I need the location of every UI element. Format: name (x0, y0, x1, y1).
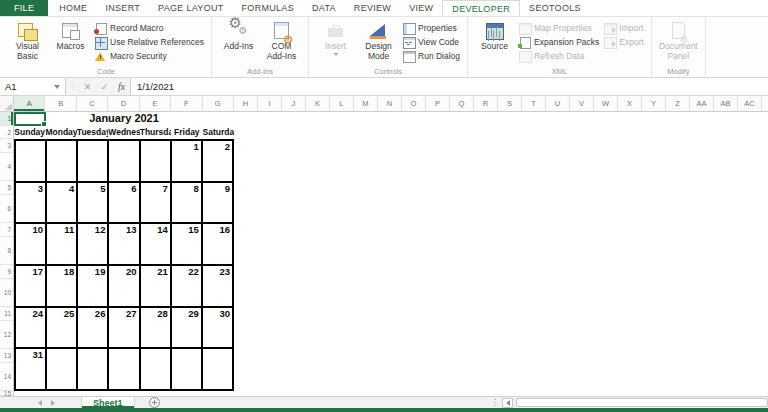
calendar-date-cell-1[interactable]: 1 (172, 141, 201, 181)
row-header-14[interactable]: 14 (0, 363, 13, 391)
column-header-p[interactable]: P (426, 96, 450, 111)
tab-page-layout[interactable]: PAGE LAYOUT (149, 0, 232, 16)
column-header-f[interactable]: F (171, 96, 202, 111)
calendar-date-cell-27[interactable]: 27 (109, 308, 138, 348)
calendar-empty-cell[interactable] (203, 349, 232, 389)
calendar-day-header-wednesday[interactable]: Wednesday (108, 126, 139, 139)
calendar-date-cell-3[interactable]: 3 (16, 183, 45, 223)
calendar-date-cell-31[interactable]: 31 (16, 349, 45, 389)
tab-home[interactable]: HOME (50, 0, 96, 16)
column-header-t[interactable]: T (522, 96, 546, 111)
calendar-empty-cell[interactable] (109, 349, 138, 389)
column-header-s[interactable]: S (498, 96, 522, 111)
cancel-button[interactable]: ✕ (79, 78, 96, 95)
column-header-q[interactable]: Q (450, 96, 474, 111)
calendar-date-cell-11[interactable]: 11 (47, 224, 76, 264)
calendar-date-cell-23[interactable]: 23 (203, 266, 232, 306)
row-header-1[interactable]: 1 (0, 112, 13, 126)
row-header-2[interactable]: 2 (0, 126, 13, 139)
ribbon-button-source[interactable]: Source (473, 19, 516, 52)
calendar-date-cell-16[interactable]: 16 (203, 224, 232, 264)
name-box[interactable]: A1 (0, 78, 66, 95)
row-header-5[interactable]: 5 (0, 181, 13, 195)
calendar-date-cell-6[interactable]: 6 (109, 183, 138, 223)
column-header-k[interactable]: K (306, 96, 330, 111)
calendar-date-cell-18[interactable]: 18 (47, 266, 76, 306)
calendar-date-cell-4[interactable]: 4 (47, 183, 76, 223)
formula-bar-splitter[interactable]: ⋮ (66, 78, 79, 95)
ribbon-button-design-mode[interactable]: Design Mode (357, 19, 400, 61)
column-header-o[interactable]: O (402, 96, 426, 111)
sheet-tab-sheet1[interactable]: Sheet1 (81, 397, 135, 408)
calendar-empty-cell[interactable] (141, 349, 170, 389)
column-header-w[interactable]: W (594, 96, 618, 111)
calendar-date-cell-12[interactable]: 12 (78, 224, 107, 264)
calendar-empty-cell[interactable] (16, 141, 45, 181)
column-header-v[interactable]: V (570, 96, 594, 111)
insert-function-button[interactable]: fx (113, 78, 130, 95)
calendar-day-header-monday[interactable]: Monday (45, 126, 76, 139)
ribbon-button-record-macro[interactable]: Record Macro (92, 21, 206, 35)
column-header-l[interactable]: L (330, 96, 354, 111)
calendar-date-cell-24[interactable]: 24 (16, 308, 45, 348)
tab-formulas[interactable]: FORMULAS (233, 0, 303, 16)
ribbon-button-com-add-ins[interactable]: COM Add-Ins (260, 19, 303, 61)
formula-input[interactable]: 1/1/2021 (130, 78, 768, 95)
column-header-x[interactable]: X (618, 96, 642, 111)
column-header-n[interactable]: N (378, 96, 402, 111)
column-header-a[interactable]: A (14, 96, 45, 111)
calendar-date-cell-8[interactable]: 8 (172, 183, 201, 223)
scroll-left-button[interactable] (502, 398, 513, 408)
calendar-date-cell-2[interactable]: 2 (203, 141, 232, 181)
calendar-empty-cell[interactable] (141, 141, 170, 181)
enter-button[interactable]: ✓ (96, 78, 113, 95)
calendar-date-cell-14[interactable]: 14 (141, 224, 170, 264)
prev-sheet-icon[interactable] (38, 400, 42, 406)
column-header-ad[interactable]: AD (762, 96, 768, 111)
calendar-date-cell-20[interactable]: 20 (109, 266, 138, 306)
calendar-empty-cell[interactable] (78, 141, 107, 181)
calendar-date-cell-28[interactable]: 28 (141, 308, 170, 348)
column-header-y[interactable]: Y (642, 96, 666, 111)
column-header-e[interactable]: E (140, 96, 171, 111)
calendar-title-cell[interactable]: January 2021 (14, 112, 234, 126)
calendar-empty-cell[interactable] (47, 349, 76, 389)
calendar-day-header-saturday[interactable]: Saturday (203, 126, 234, 139)
calendar-empty-cell[interactable] (109, 141, 138, 181)
column-header-r[interactable]: R (474, 96, 498, 111)
calendar-day-header-sunday[interactable]: Sunday (14, 126, 45, 139)
row-header-9[interactable]: 9 (0, 265, 13, 279)
tab-file[interactable]: FILE (0, 0, 48, 16)
calendar-date-cell-25[interactable]: 25 (47, 308, 76, 348)
calendar-day-header-tuesday[interactable]: Tuesday (77, 126, 108, 139)
ribbon-button-add-ins[interactable]: Add-Ins (217, 19, 260, 52)
row-header-11[interactable]: 11 (0, 307, 13, 321)
column-header-g[interactable]: G (203, 96, 234, 111)
calendar-date-cell-7[interactable]: 7 (141, 183, 170, 223)
ribbon-button-visual-basic[interactable]: Visual Basic (6, 19, 49, 61)
tab-view[interactable]: VIEW (400, 0, 442, 16)
ribbon-button-expansion-packs[interactable]: Expansion Packs (516, 35, 601, 49)
scrollbar-thumb[interactable] (516, 398, 768, 407)
tab-insert[interactable]: INSERT (96, 0, 149, 16)
calendar-date-cell-30[interactable]: 30 (203, 308, 232, 348)
row-header-4[interactable]: 4 (0, 153, 13, 181)
calendar-day-header-friday[interactable]: Friday (171, 126, 202, 139)
row-header-7[interactable]: 7 (0, 223, 13, 237)
column-header-ac[interactable]: AC (738, 96, 762, 111)
calendar-date-cell-22[interactable]: 22 (172, 266, 201, 306)
column-header-j[interactable]: J (282, 96, 306, 111)
ribbon-button-macro-security[interactable]: Macro Security (92, 49, 206, 63)
new-sheet-button[interactable] (149, 397, 160, 408)
calendar-date-cell-15[interactable]: 15 (172, 224, 201, 264)
ribbon-button-view-code[interactable]: View Code (400, 35, 462, 49)
calendar-date-cell-5[interactable]: 5 (78, 183, 107, 223)
ribbon-button-use-relative-references[interactable]: Use Relative References (92, 35, 206, 49)
ribbon-button-macros[interactable]: Macros (49, 19, 92, 52)
ribbon-button-run-dialog[interactable]: Run Dialog (400, 49, 462, 63)
row-header-3[interactable]: 3 (0, 139, 13, 153)
row-header-6[interactable]: 6 (0, 195, 13, 223)
name-box-dropdown-icon[interactable] (54, 85, 60, 89)
column-header-i[interactable]: I (258, 96, 282, 111)
column-header-c[interactable]: C (77, 96, 108, 111)
